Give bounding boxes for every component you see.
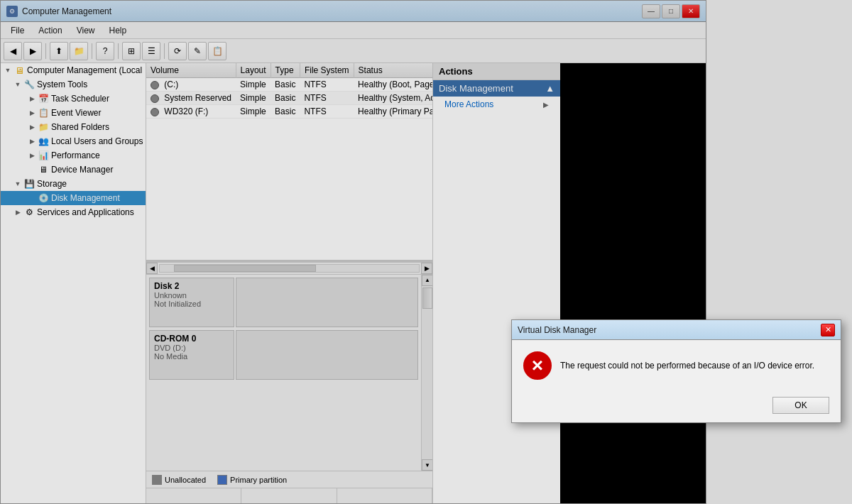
ok-button[interactable]: OK — [772, 397, 829, 414]
modal-close-button[interactable]: ✕ — [821, 324, 835, 336]
modal-body: The request could not be performed becau… — [512, 340, 841, 391]
virtual-disk-manager-dialog: Virtual Disk Manager ✕ The request could… — [511, 319, 841, 423]
error-icon — [523, 351, 552, 380]
modal-footer: OK — [512, 391, 841, 422]
modal-overlay: Virtual Disk Manager ✕ The request could… — [0, 0, 852, 504]
modal-title: Virtual Disk Manager — [518, 325, 821, 335]
modal-message: The request could not be performed becau… — [560, 361, 829, 371]
modal-title-bar: Virtual Disk Manager ✕ — [512, 320, 841, 340]
